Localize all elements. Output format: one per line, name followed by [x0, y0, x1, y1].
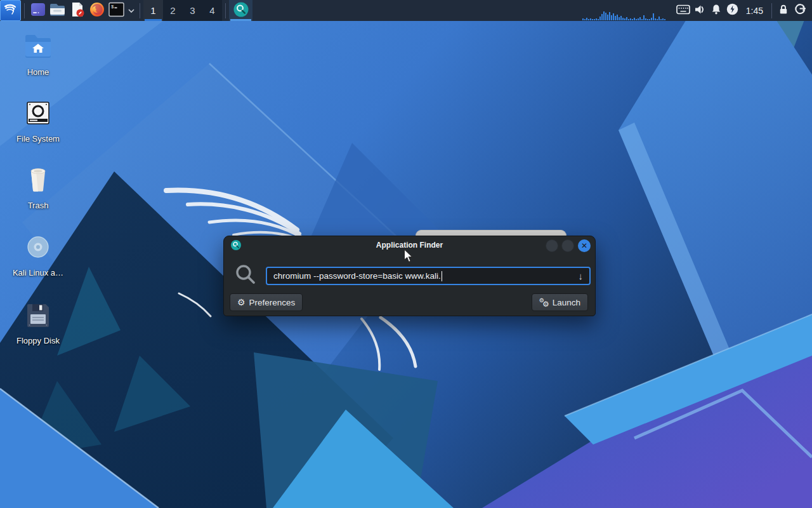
- desktop-icon-label: Floppy Disk: [6, 336, 70, 345]
- lock-screen-button[interactable]: [775, 0, 792, 21]
- notifications-bell-icon: [710, 3, 723, 18]
- panel-separator: [24, 3, 25, 18]
- file-system-drive-icon: [23, 100, 53, 129]
- window-title: Application Finder: [224, 236, 595, 254]
- launcher-app-window[interactable]: [28, 0, 48, 21]
- run-gears-icon: ⚙⚙: [539, 298, 549, 307]
- notifications-tray-button[interactable]: [708, 0, 724, 21]
- firefox-icon: [89, 1, 105, 20]
- system-monitor-graph: [582, 10, 674, 20]
- power-manager-icon: [726, 3, 739, 18]
- launcher-text-editor[interactable]: [67, 0, 87, 21]
- applications-menu-button[interactable]: [0, 0, 21, 21]
- search-input[interactable]: chromium --password-store=basic www.kali…: [266, 267, 591, 285]
- desktop-icon-kali-cd[interactable]: Kali Linux a…: [6, 234, 70, 277]
- search-input-text: chromium --password-store=basic www.kali…: [273, 271, 441, 281]
- app-window-icon: [30, 1, 46, 20]
- power-manager-tray-button[interactable]: [724, 0, 741, 21]
- optical-disc-icon: [23, 234, 53, 263]
- desktop-icon-floppy[interactable]: Floppy Disk: [6, 302, 70, 345]
- workspace-1[interactable]: 1: [143, 0, 163, 21]
- launch-label: Launch: [553, 298, 580, 307]
- file-manager-icon: [49, 1, 66, 20]
- launcher-terminal[interactable]: $: [107, 0, 126, 21]
- floppy-disk-icon: [23, 302, 53, 331]
- workspace-4[interactable]: 4: [202, 0, 222, 21]
- panel-separator: [771, 3, 772, 18]
- panel-separator: [140, 3, 140, 18]
- lock-icon: [777, 3, 790, 18]
- kali-menu-icon: [3, 1, 18, 20]
- desktop-icon-label: Trash: [6, 201, 70, 210]
- desktop-icon-trash[interactable]: Trash: [6, 166, 70, 210]
- keyboard-tray-button[interactable]: [675, 0, 691, 21]
- workspace-switcher: 1 2 3 4: [143, 0, 222, 21]
- logout-icon: [794, 3, 807, 18]
- workspace-2[interactable]: 2: [163, 0, 183, 21]
- svg-text:$: $: [111, 4, 114, 10]
- search-icon: [235, 264, 256, 288]
- application-finder-icon: [233, 1, 249, 20]
- logout-button[interactable]: [792, 0, 808, 21]
- launch-button[interactable]: ⚙⚙ Launch: [532, 293, 588, 311]
- home-folder-icon: [23, 33, 53, 62]
- desktop-icon-label: File System: [6, 134, 70, 144]
- keyboard-icon: [676, 4, 690, 17]
- desktop-icon-file-system[interactable]: File System: [6, 100, 70, 144]
- text-editor-icon: [69, 1, 86, 20]
- clock[interactable]: 1:45: [741, 6, 768, 16]
- desktop-icon-label: Home: [6, 67, 70, 77]
- launcher-firefox[interactable]: [87, 0, 107, 21]
- trash-icon: [23, 166, 53, 196]
- maximize-button[interactable]: [561, 239, 574, 252]
- volume-icon: [693, 3, 706, 18]
- minimize-button[interactable]: [546, 239, 558, 252]
- desktop-icon-home[interactable]: Home: [6, 33, 70, 77]
- volume-tray-button[interactable]: [691, 0, 708, 21]
- history-dropdown-icon[interactable]: ↓: [579, 271, 584, 281]
- system-monitor[interactable]: [581, 0, 675, 21]
- top-panel: $ 1 2 3 4: [0, 0, 812, 21]
- preferences-button[interactable]: ⚙ Preferences: [230, 293, 303, 311]
- workspace-3[interactable]: 3: [183, 0, 202, 21]
- desktop-icon-label: Kali Linux a…: [6, 268, 70, 277]
- terminal-icon: $: [108, 1, 125, 20]
- application-finder-window: Application Finder ✕ chromium --password…: [223, 236, 596, 316]
- launcher-file-manager[interactable]: [48, 0, 67, 21]
- titlebar[interactable]: Application Finder ✕: [224, 236, 595, 254]
- panel-separator: [225, 3, 226, 18]
- close-button[interactable]: ✕: [578, 239, 591, 252]
- gear-icon: ⚙: [237, 298, 246, 307]
- taskbar-application-finder[interactable]: [229, 0, 252, 21]
- chevron-down-icon[interactable]: [126, 0, 136, 21]
- preferences-label: Preferences: [249, 298, 296, 307]
- text-caret: [442, 271, 443, 281]
